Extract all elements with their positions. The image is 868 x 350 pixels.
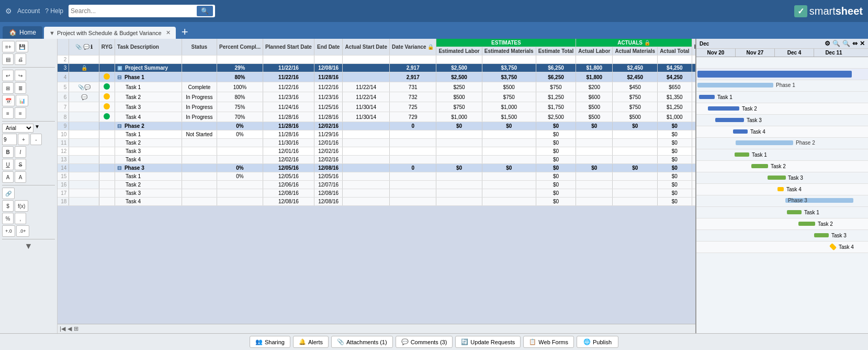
end-cell[interactable]: 12/05/16 <box>314 172 343 181</box>
gantt-zoom-in-icon[interactable]: 🔍 <box>832 40 840 47</box>
left-align-button[interactable]: ≡ <box>2 107 14 119</box>
task-cell[interactable]: Task 1 <box>115 172 182 181</box>
actualmat-cell[interactable]: $500 <box>613 112 658 122</box>
pct-cell[interactable]: 29% <box>217 64 263 72</box>
actualmat-cell[interactable]: $0 <box>613 122 658 130</box>
esttotal-cell[interactable]: $6,250 <box>536 72 576 82</box>
font-size-plus[interactable]: + <box>18 134 29 145</box>
actualstart-cell[interactable] <box>343 172 390 181</box>
publish-button[interactable]: 🌐 Publish <box>577 336 618 348</box>
actuallabor-cell[interactable]: $200 <box>576 82 613 92</box>
actualmat-cell[interactable] <box>613 198 658 206</box>
datevar-cell[interactable]: 0 <box>390 164 436 172</box>
actualstart-cell[interactable]: 11/22/14 <box>343 92 390 102</box>
budgetvar-cell[interactable]: $0 <box>692 156 695 164</box>
status-cell[interactable] <box>182 189 217 198</box>
esttotal-cell[interactable]: $0 <box>536 122 576 130</box>
actualstart-cell[interactable] <box>343 130 390 139</box>
start-cell[interactable]: 11/23/16 <box>263 92 314 102</box>
status-cell[interactable] <box>182 198 217 206</box>
update-requests-button[interactable]: 🔄 Update Requests <box>455 336 521 348</box>
actuallabor-cell[interactable] <box>576 181 613 189</box>
task-cell[interactable]: ⊟ Phase 1 <box>115 72 182 82</box>
datevar-cell[interactable] <box>390 172 436 181</box>
budgetvar-cell[interactable]: $500 <box>692 102 695 112</box>
actualtotal-cell[interactable]: $0 <box>658 139 692 147</box>
actualtotal-cell[interactable]: $0 <box>658 189 692 198</box>
status-cell[interactable] <box>182 56 217 64</box>
status-cell[interactable]: In Progress <box>182 102 217 112</box>
task-cell[interactable]: Task 4 <box>115 198 182 206</box>
budgetvar-cell[interactable]: $100 <box>692 82 695 92</box>
percent-button[interactable]: % <box>2 213 14 224</box>
actualtotal-cell[interactable]: $0 <box>658 181 692 189</box>
actualmat-cell[interactable] <box>613 172 658 181</box>
task-cell[interactable]: Task 4 <box>115 156 182 164</box>
calendar-button[interactable]: 📅 <box>2 95 15 106</box>
budgetvar-cell[interactable]: $1,500 <box>692 112 695 122</box>
esttotal-cell[interactable]: $1,750 <box>536 102 576 112</box>
esttotal-cell[interactable]: $0 <box>536 147 576 156</box>
actualtotal-cell[interactable]: $1,250 <box>658 102 692 112</box>
datevar-cell[interactable]: 2,917 <box>390 72 436 82</box>
datevar-cell[interactable] <box>390 198 436 206</box>
actualtotal-cell[interactable]: $0 <box>658 198 692 206</box>
new-row-button[interactable]: ≡+ <box>2 41 15 52</box>
budgetvar-cell[interactable]: $0 <box>692 181 695 189</box>
actualmat-cell[interactable]: $2,450 <box>613 72 658 82</box>
estlabor-cell[interactable] <box>436 172 482 181</box>
budgetvar-cell[interactable]: $0 <box>692 122 695 130</box>
actualtotal-cell[interactable] <box>658 56 692 64</box>
add-tab-button[interactable]: + <box>177 26 193 38</box>
estmat-cell[interactable]: $1,000 <box>482 102 536 112</box>
estmat-cell[interactable]: $0 <box>482 164 536 172</box>
web-forms-button[interactable]: 📋 Web Forms <box>523 336 574 348</box>
estmat-cell[interactable] <box>482 172 536 181</box>
end-cell[interactable]: 11/28/16 <box>314 112 343 122</box>
actualstart-cell[interactable]: 11/30/14 <box>343 102 390 112</box>
esttotal-cell[interactable]: $0 <box>536 172 576 181</box>
chart-button[interactable]: 📊 <box>16 95 28 106</box>
actualmat-cell[interactable] <box>613 189 658 198</box>
datevar-cell[interactable]: 731 <box>390 82 436 92</box>
sharing-button[interactable]: 👥 Sharing <box>250 336 290 348</box>
esttotal-cell[interactable]: $6,250 <box>536 64 576 72</box>
actualmat-cell[interactable]: $750 <box>613 102 658 112</box>
actualmat-cell[interactable]: $450 <box>613 82 658 92</box>
pct-cell[interactable]: 80% <box>217 72 263 82</box>
estlabor-cell[interactable] <box>436 156 482 164</box>
end-cell[interactable]: 11/22/16 <box>314 82 343 92</box>
actualtotal-cell[interactable]: $0 <box>658 122 692 130</box>
search-button[interactable]: 🔍 <box>197 6 213 16</box>
alerts-button[interactable]: 🔔 Alerts <box>293 336 329 348</box>
actualtotal-cell[interactable]: $0 <box>658 156 692 164</box>
actuallabor-cell[interactable]: $0 <box>576 122 613 130</box>
estmat-cell[interactable] <box>482 130 536 139</box>
actuallabor-cell[interactable] <box>576 189 613 198</box>
end-cell[interactable] <box>314 56 343 64</box>
budgetvar-cell[interactable]: $0 <box>692 130 695 139</box>
start-cell[interactable]: 11/28/16 <box>263 112 314 122</box>
status-cell[interactable] <box>182 181 217 189</box>
account-link[interactable]: Account <box>17 7 40 15</box>
table-button[interactable]: ⊞ <box>2 82 14 94</box>
estlabor-cell[interactable] <box>436 147 482 156</box>
pct-cell[interactable]: 100% <box>217 82 263 92</box>
format-button[interactable]: ≣ <box>15 82 26 94</box>
pct-cell[interactable] <box>217 147 263 156</box>
start-cell[interactable]: 12/05/16 <box>263 164 314 172</box>
help-link[interactable]: ? Help <box>45 7 63 15</box>
actualtotal-cell[interactable]: $0 <box>658 130 692 139</box>
datevar-cell[interactable]: 729 <box>390 112 436 122</box>
end-cell[interactable]: 12/02/16 <box>314 122 343 130</box>
actuallabor-cell[interactable]: $0 <box>576 164 613 172</box>
actuallabor-cell[interactable]: $1,800 <box>576 64 613 72</box>
estlabor-cell[interactable] <box>436 130 482 139</box>
estmat-cell[interactable] <box>482 189 536 198</box>
print-button[interactable]: 🖨 <box>15 53 26 65</box>
estlabor-cell[interactable] <box>436 181 482 189</box>
datevar-cell[interactable]: 725 <box>390 102 436 112</box>
actuallabor-cell[interactable] <box>576 156 613 164</box>
tab-sheet[interactable]: ▼ Project with Schedule & Budget Varianc… <box>44 27 176 39</box>
estlabor-cell[interactable]: $0 <box>436 122 482 130</box>
